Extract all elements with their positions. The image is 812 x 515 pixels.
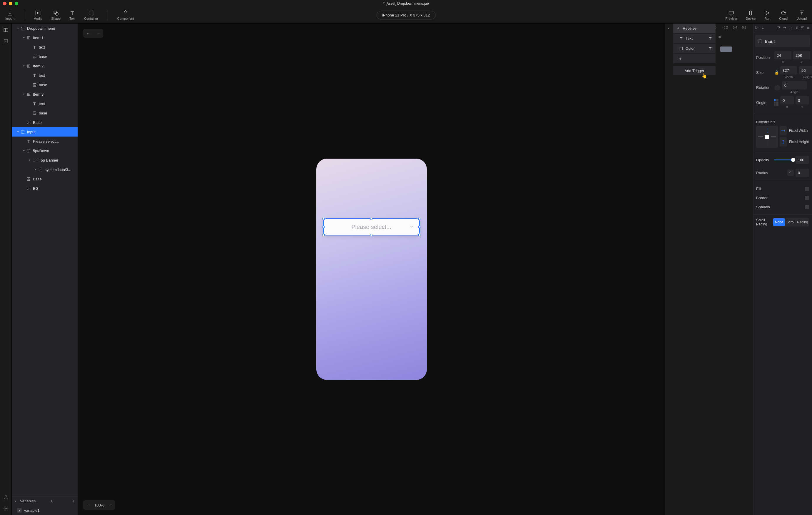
selected-element-name[interactable]: Input [755, 35, 810, 47]
layer-row[interactable]: ▾Item 3 [12, 89, 78, 99]
constraints-diagram[interactable] [756, 126, 778, 148]
position-y-input[interactable] [793, 51, 810, 59]
maximize-window-icon[interactable] [15, 2, 18, 5]
width-input[interactable] [780, 66, 797, 75]
align-center-h-icon[interactable] [761, 26, 765, 31]
minimize-window-icon[interactable] [9, 2, 12, 5]
keyframe-dot-icon[interactable] [719, 36, 721, 38]
layer-row[interactable]: ▾Input [12, 127, 78, 137]
variables-header[interactable]: ▾ Variables 0 + [12, 496, 78, 506]
zoom-value[interactable]: 100% [92, 503, 107, 507]
layer-row[interactable]: ▾Item 2 [12, 61, 78, 71]
left-rail [0, 24, 12, 515]
layer-label: base [39, 111, 47, 115]
origin-y-input[interactable] [795, 96, 809, 105]
align-left-icon[interactable] [755, 26, 759, 31]
add-trigger-button[interactable]: Add Trigger [673, 66, 716, 75]
layers-list[interactable]: ▾Dropdown menu▾Item 1textbase▾Item 2text… [12, 24, 78, 496]
layer-row[interactable]: ▾5pt/Down [12, 146, 78, 155]
align-top-icon[interactable] [777, 26, 781, 31]
fixed-height-toggle[interactable]: Fixed Height [780, 137, 809, 146]
main-toolbar: Import Media Shape Text Container Compon… [0, 7, 812, 24]
user-icon[interactable] [3, 494, 9, 500]
height-input[interactable] [799, 66, 812, 75]
nav-forward-icon[interactable]: → [93, 29, 103, 38]
zoom-out-button[interactable]: − [85, 502, 92, 509]
panel-collapse-icon[interactable]: ▾ [668, 26, 669, 30]
close-window-icon[interactable] [3, 2, 6, 5]
radius-input[interactable] [795, 169, 809, 177]
component-button[interactable]: Component [116, 9, 136, 22]
layer-row[interactable]: Please select... [12, 137, 78, 146]
rotation-input[interactable] [782, 81, 807, 89]
import-button[interactable]: Import [3, 9, 16, 22]
device-selector[interactable]: iPhone 11 Pro / X 375 x 812 [377, 11, 436, 20]
trigger-color-row[interactable]: Color [673, 44, 716, 54]
origin-x-input[interactable] [780, 96, 794, 105]
radius-mode-icon[interactable] [787, 169, 794, 176]
layer-row[interactable]: BG [12, 184, 78, 193]
layer-row[interactable]: Base [12, 174, 78, 184]
svg-rect-14 [33, 55, 36, 58]
layer-row[interactable]: ▾Top Banner [12, 155, 78, 165]
distribute-v-icon[interactable] [800, 26, 804, 31]
text-button[interactable]: Text [68, 9, 77, 22]
svg-rect-1 [54, 11, 56, 13]
seg-paging[interactable]: Paging [797, 218, 809, 226]
layer-row[interactable]: ▾Dropdown menu [12, 24, 78, 33]
zoom-in-button[interactable]: + [107, 502, 114, 509]
preview-button[interactable]: Preview [724, 9, 738, 22]
color-swatch[interactable] [720, 47, 732, 52]
run-label: Run [764, 17, 770, 20]
shadow-row[interactable]: Shadow [753, 202, 812, 212]
border-row[interactable]: Border [753, 193, 812, 202]
trigger-text-row[interactable]: Text [673, 33, 716, 44]
layer-row[interactable]: base [12, 108, 78, 118]
media-button[interactable]: Media [32, 9, 44, 22]
layer-row[interactable]: text [12, 99, 78, 108]
svg-rect-25 [27, 149, 30, 152]
layers-tab-icon[interactable] [3, 27, 9, 33]
run-button[interactable]: Run [763, 9, 772, 22]
fixed-width-toggle[interactable]: Fixed Width [780, 126, 809, 135]
lock-icon[interactable]: 🔓 [774, 70, 779, 75]
layer-row[interactable]: base [12, 52, 78, 61]
layer-row[interactable]: text [12, 71, 78, 80]
layer-row[interactable]: ▸system icon/3... [12, 165, 78, 174]
layer-row[interactable]: text [12, 43, 78, 52]
position-x-input[interactable] [774, 51, 791, 59]
cloud-button[interactable]: Cloud [777, 9, 789, 22]
layer-row[interactable]: Base [12, 118, 78, 127]
trigger-receive-row[interactable]: Receive [673, 24, 716, 33]
origin-grid[interactable] [774, 99, 779, 106]
opacity-input[interactable] [795, 156, 809, 164]
opacity-slider[interactable] [774, 160, 793, 160]
settings-icon[interactable] [3, 506, 9, 512]
svg-rect-26 [33, 159, 36, 162]
selected-element-input[interactable]: Please select... [323, 219, 419, 235]
rotation-dial[interactable] [774, 85, 780, 91]
seg-none[interactable]: None [773, 218, 785, 226]
fill-row[interactable]: Fill [753, 184, 812, 193]
inspector-panel: Input Position X Y Size 🔓 Width Height R… [753, 24, 812, 515]
layer-label: Top Banner [39, 158, 58, 162]
seg-scroll[interactable]: Scroll [785, 218, 797, 226]
canvas[interactable]: ← → Please select... − 100% + [78, 24, 665, 515]
layer-row[interactable]: ▾Item 1 [12, 33, 78, 43]
preview-label: Preview [725, 17, 737, 20]
add-variable-icon[interactable]: + [72, 498, 75, 504]
distribute-h-icon[interactable] [794, 26, 799, 31]
variable-row[interactable]: x variable1 [12, 506, 78, 515]
align-bottom-icon[interactable] [788, 26, 792, 31]
add-property-button[interactable]: + [673, 54, 716, 63]
align-middle-icon[interactable] [783, 26, 787, 31]
svg-point-10 [5, 495, 7, 497]
add-panel-icon[interactable] [3, 38, 9, 44]
container-button[interactable]: Container [82, 9, 100, 22]
more-align-icon[interactable] [806, 26, 810, 31]
nav-back-icon[interactable]: ← [83, 29, 93, 38]
upload-button[interactable]: Upload [795, 9, 809, 22]
layer-row[interactable]: base [12, 80, 78, 89]
shape-button[interactable]: Shape [49, 9, 62, 22]
device-button[interactable]: Device [744, 9, 758, 22]
